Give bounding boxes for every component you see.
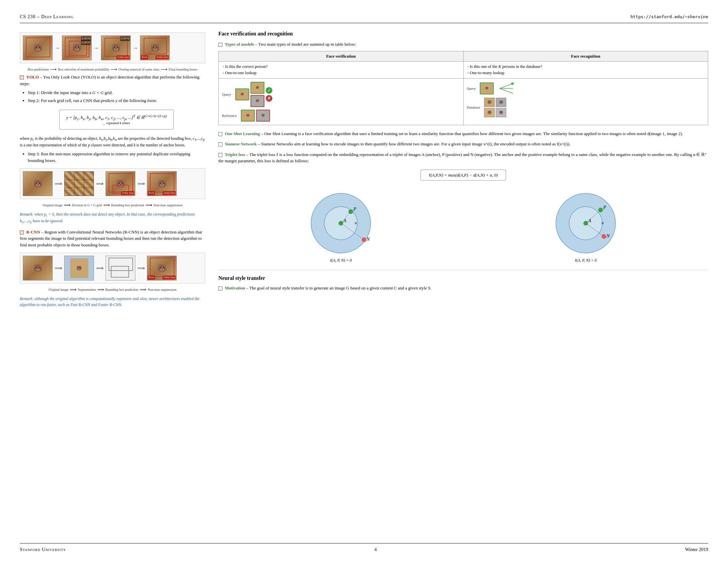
yolo-desc: – You Only Look Once (YOLO) is an object…: [20, 74, 200, 86]
check-icon-1: ✓: [266, 87, 272, 94]
arrow-1: →: [55, 44, 60, 52]
s2-arr-2: ⟹: [96, 180, 104, 188]
s2-bear-2: [64, 171, 94, 196]
yolo-formula-sub: ⏟ repeated k times: [66, 120, 167, 126]
svg-text:P: P: [603, 205, 606, 210]
motivation-label: Motivation: [225, 286, 245, 291]
triplet-cap-0: ℓ(A, P, N) = 0: [330, 257, 352, 263]
content-area: 🐻 → 🐻 0.9978 0.9978 →: [20, 30, 708, 312]
siamese-desc: – Siamese Networks aim at learning how t…: [258, 141, 570, 146]
s3-cap-1: Original image: [49, 287, 68, 292]
triplet-svg-pos: A P α N: [553, 188, 619, 255]
ref-bear-2: 🐻: [256, 110, 270, 121]
s3-arr-c2: ⟹: [97, 286, 104, 293]
yolo-label: YOLO: [26, 74, 39, 79]
triplet-formula-center: ℓ(A,P,N) = max(d(A,P) − d(A,N) + α, 0): [218, 167, 708, 183]
siamese-label: Siamese Network: [225, 141, 256, 146]
s3-arr-c1: ⟹: [70, 286, 76, 293]
triplet-block: Triplet loss – The triplet loss ℓ is a l…: [218, 151, 708, 164]
footer-term: Winter 2019: [685, 546, 708, 553]
table-row-text: - Is this the correct person? - One-to-o…: [219, 62, 708, 78]
strip-2: 🐻 ⟹ ⟹ 🐻: [20, 168, 205, 199]
triplet-checkbox: [218, 153, 222, 157]
s2-bear-4: 🐻 Teddy bear Book: [147, 171, 177, 196]
strip-3: 🐻 ⟹ 🐻 ⟹ ⟹: [20, 253, 205, 284]
svg-text:P: P: [353, 207, 356, 211]
db-bear-1: 🐻: [484, 98, 495, 107]
s2-arr-3: ⟹: [137, 180, 145, 188]
header: CS 230 – Deep Learning https://stanford.…: [20, 13, 708, 23]
footer-page: 4: [374, 546, 377, 553]
s2-cap-4: Non-max suppression: [154, 203, 183, 208]
svg-text:α: α: [355, 220, 357, 225]
database-label: Database: [467, 105, 480, 110]
motivation-text: – The goal of neural style transfer is t…: [246, 286, 432, 291]
siamese-block: Siamese Network – Siamese Networks aim a…: [218, 141, 708, 147]
s3-arr-3: ⟹: [137, 264, 145, 272]
yolo-step-2: Step 2: For each grid cell, run a CNN th…: [28, 97, 205, 133]
svg-line-2: [500, 88, 513, 93]
cap-1a: Box predictions: [28, 67, 49, 72]
svg-text:A: A: [343, 218, 346, 223]
cap-1b: Box selection of maximum probability: [58, 67, 109, 72]
yolo-text: YOLO – You Only Look Once (YOLO) is an o…: [20, 74, 205, 87]
db-bear-4: 🐻: [496, 108, 506, 117]
recog-diagram-cell: Query 🐻: [463, 78, 708, 125]
triplet-cap-pos: ℓ(A, P, N) > 0: [575, 257, 597, 263]
s3-arr-2: ⟹: [96, 264, 104, 272]
svg-text:N: N: [366, 237, 370, 242]
s2-cap-3: Bounding box prediction: [111, 203, 144, 208]
types-intro: Types of models – Two main types of mode…: [218, 41, 708, 48]
bear-img-4: 🐻 Teddy bear Book: [140, 35, 170, 60]
table-row-diagrams: Query 🐻 🐻 🐻 ✓: [219, 78, 708, 125]
one-shot-checkbox: [218, 132, 222, 136]
table-header-verify: Face verification: [219, 51, 464, 62]
bear-img-3: 🐻 0.9978 Teddy bear: [101, 35, 131, 60]
triplet-diagrams: A P α N ℓ(A,: [218, 188, 708, 263]
motivation-block: Motivation – The goal of neural style tr…: [218, 285, 708, 292]
yolo-step-3: Step 3: Run the non-max suppression algo…: [28, 151, 205, 164]
s2-cap-2: Division in G × G grid: [72, 203, 102, 208]
db-bear-2: 🐻: [496, 98, 506, 107]
yolo-step3-list: Step 3: Run the non-max suppression algo…: [28, 151, 205, 164]
rcnn-text: R-CNN – Region with Convolutional Neural…: [20, 229, 205, 248]
cap-1c: Overlap removal of same class: [118, 67, 159, 72]
strip-1-caption: Box predictions ⟶ Box selection of maxim…: [20, 66, 205, 73]
query-label-2: Query: [467, 86, 476, 91]
footer-institution: Stanford University: [20, 546, 66, 553]
arrow-3: →: [133, 44, 138, 52]
yolo-remark: Remark: when pc = 0, then the network do…: [20, 211, 205, 225]
strip-3-caption: Original image ⟹ Segmentation ⟹ Bounding…: [20, 286, 205, 293]
query-label-1: Query: [222, 92, 231, 97]
yolo-step-1: Step 1: Divide the input image into a G …: [28, 89, 205, 96]
db-images: 🐻 🐻 🐻 🐻: [484, 98, 506, 117]
one-shot-label: One Shot Learning: [225, 131, 260, 136]
header-url: https://stanford.edu/~shervine: [630, 14, 708, 20]
query-bear-recog: 🐻: [480, 82, 494, 94]
s2-arr-1: ⟹: [55, 180, 62, 188]
rcnn-desc: – Region with Convolutional Neural Netwo…: [20, 229, 202, 247]
triplet-formula-box: ℓ(A,P,N) = max(d(A,P) − d(A,N) + α, 0): [421, 169, 506, 181]
query-arrows-svg: [496, 82, 516, 95]
triplet-diagram-0: A P α N ℓ(A,: [308, 188, 374, 263]
s3-arr-c3: ⟹: [140, 286, 146, 293]
left-column: 🐻 → 🐻 0.9978 0.9978 →: [20, 30, 205, 312]
footer: Stanford University 4 Winter 2019: [20, 543, 708, 553]
yolo-formula: y = [pc, bx, by, bh, bw, c1, c2, ..., cp…: [66, 115, 167, 120]
page: CS 230 – Deep Learning https://stanford.…: [0, 0, 728, 563]
types-description: – Two main types of model are summed up …: [255, 42, 356, 47]
face-verification-heading: Face verification and recognition: [218, 30, 708, 38]
triplet-label: Triplet loss: [225, 152, 245, 157]
one-shot-block: One Shot Learning – One Shot Learning is…: [218, 130, 708, 137]
cap-1d: Final bounding boxes: [169, 67, 198, 72]
db-bear-3: 🐻: [484, 108, 495, 117]
s3-bear-1: 🐻: [23, 256, 53, 280]
bear-img-2: 🐻 0.9978 0.9978: [62, 35, 92, 60]
triplet-desc: – The triplet loss ℓ is a loss function …: [218, 152, 707, 164]
s3-segmented: 🐻: [64, 256, 94, 280]
query-bear-3: 🐻: [250, 95, 264, 107]
query-bear-2: 🐻: [250, 82, 264, 94]
strip-2-caption: Original image ⟹ Division in G × G grid …: [20, 202, 205, 209]
cap-arr-1: ⟶: [50, 66, 57, 73]
triplet-diagram-pos: A P α N ℓ(A,: [553, 188, 619, 263]
